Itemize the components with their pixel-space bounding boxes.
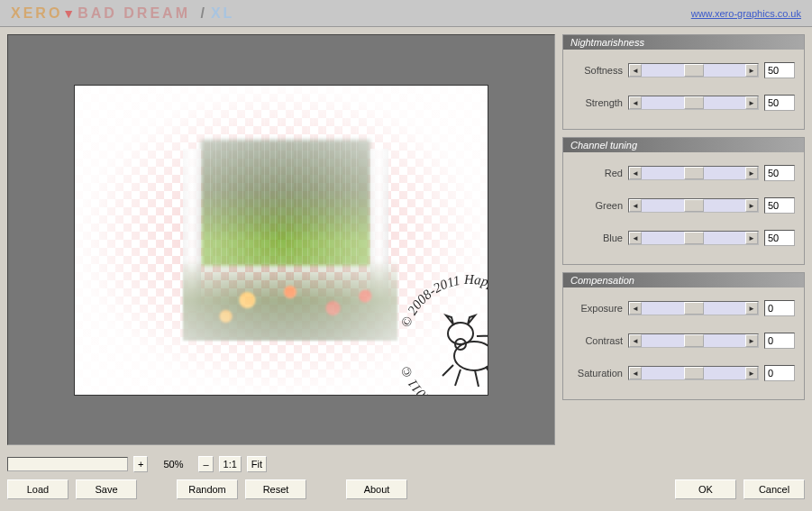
slider-value-input[interactable]: [764, 165, 795, 181]
slider-label: Strength: [572, 97, 623, 108]
preview-vignette: [75, 86, 488, 395]
zoom-level: 50%: [153, 458, 193, 470]
arrow-left-icon[interactable]: ◄: [629, 199, 642, 212]
slider-thumb[interactable]: [684, 367, 704, 379]
about-button[interactable]: About: [346, 479, 407, 499]
slider-track[interactable]: ◄ ►: [628, 301, 759, 315]
slider-value-input[interactable]: [764, 62, 795, 78]
slider-thumb[interactable]: [684, 302, 704, 315]
slider-thumb[interactable]: [684, 96, 704, 109]
title-slash: /: [200, 5, 206, 21]
group-header: Compensation: [563, 273, 804, 287]
vendor-url-link[interactable]: www.xero-graphics.co.uk: [691, 8, 801, 19]
arrow-left-icon[interactable]: ◄: [629, 302, 642, 315]
group-header: Nightmarishness: [563, 35, 804, 50]
arrow-right-icon[interactable]: ►: [745, 167, 758, 179]
slider-softness: Softness ◄ ►: [572, 62, 795, 78]
reset-button[interactable]: Reset: [245, 479, 306, 499]
random-button[interactable]: Random: [177, 479, 238, 499]
arrow-left-icon[interactable]: ◄: [629, 64, 642, 77]
slider-green: Green ◄ ►: [572, 197, 795, 214]
group-channel-tuning: Channel tuning Red ◄ ► Green ◄: [562, 137, 805, 265]
save-button[interactable]: Save: [76, 479, 137, 499]
app-title: XERO▼BAD DREAM /XL: [11, 5, 234, 22]
slider-track[interactable]: ◄ ►: [628, 166, 759, 180]
arrow-right-icon[interactable]: ►: [745, 334, 758, 347]
slider-strength: Strength ◄ ►: [572, 95, 795, 111]
slider-exposure: Exposure ◄ ►: [572, 300, 795, 316]
slider-label: Green: [572, 200, 623, 211]
group-nightmarishness: Nightmarishness Softness ◄ ► Strength ◄: [562, 34, 805, 130]
slider-value-input[interactable]: [764, 230, 795, 246]
zoom-row: + 50% – 1:1 Fit: [0, 452, 812, 478]
title-plugin: BAD DREAM: [78, 5, 190, 21]
arrow-left-icon[interactable]: ◄: [629, 96, 642, 109]
arrow-right-icon[interactable]: ►: [745, 367, 758, 379]
slider-label: Contrast: [572, 335, 623, 346]
cancel-button[interactable]: Cancel: [744, 479, 805, 499]
preview-panel[interactable]: © 2008-2011 HappyRataplan HappyRataplan …: [7, 34, 555, 445]
slider-blue: Blue ◄ ►: [572, 230, 795, 246]
zoom-in-button[interactable]: +: [133, 456, 148, 472]
slider-value-input[interactable]: [764, 95, 795, 111]
title-bar: XERO▼BAD DREAM /XL www.xero-graphics.co.…: [0, 0, 812, 27]
load-button[interactable]: Load: [7, 479, 68, 499]
arrow-right-icon[interactable]: ►: [745, 302, 758, 315]
zoom-out-button[interactable]: –: [198, 456, 213, 472]
arrow-right-icon[interactable]: ►: [745, 96, 758, 109]
slider-thumb[interactable]: [684, 334, 704, 347]
arrow-left-icon[interactable]: ◄: [629, 167, 642, 179]
title-triangle-icon: ▼: [62, 6, 78, 21]
arrow-right-icon[interactable]: ►: [745, 232, 758, 244]
main-area: © 2008-2011 HappyRataplan HappyRataplan …: [0, 27, 812, 452]
slider-thumb[interactable]: [684, 232, 704, 244]
controls-panel: Nightmarishness Softness ◄ ► Strength ◄: [562, 34, 805, 445]
arrow-right-icon[interactable]: ►: [745, 199, 758, 212]
slider-track[interactable]: ◄ ►: [628, 63, 759, 78]
slider-track[interactable]: ◄ ►: [628, 333, 759, 348]
zoom-gauge[interactable]: [7, 457, 128, 471]
slider-track[interactable]: ◄ ►: [628, 231, 759, 245]
zoom-fit-button[interactable]: Fit: [247, 456, 267, 472]
group-compensation: Compensation Exposure ◄ ► Contrast ◄: [562, 272, 805, 400]
slider-label: Red: [572, 168, 623, 178]
slider-label: Blue: [572, 233, 623, 243]
group-header: Channel tuning: [563, 138, 804, 152]
slider-track[interactable]: ◄ ►: [628, 96, 759, 110]
slider-value-input[interactable]: [764, 333, 795, 349]
slider-contrast: Contrast ◄ ►: [572, 333, 795, 349]
slider-value-input[interactable]: [764, 197, 795, 214]
slider-saturation: Saturation ◄ ►: [572, 365, 795, 381]
slider-label: Saturation: [572, 368, 623, 379]
slider-thumb[interactable]: [684, 64, 704, 77]
bottom-button-row: Load Save Random Reset About OK Cancel: [0, 478, 812, 506]
arrow-left-icon[interactable]: ◄: [629, 367, 642, 379]
ok-button[interactable]: OK: [675, 479, 736, 499]
preview-image: © 2008-2011 HappyRataplan HappyRataplan …: [74, 85, 488, 396]
arrow-right-icon[interactable]: ►: [745, 64, 758, 77]
zoom-1to1-button[interactable]: 1:1: [219, 456, 242, 472]
slider-label: Exposure: [572, 303, 623, 314]
title-variant: XL: [211, 5, 234, 21]
slider-track[interactable]: ◄ ►: [628, 366, 759, 380]
slider-thumb[interactable]: [684, 199, 704, 212]
arrow-left-icon[interactable]: ◄: [629, 334, 642, 347]
slider-track[interactable]: ◄ ►: [628, 198, 759, 213]
slider-label: Softness: [572, 65, 623, 76]
arrow-left-icon[interactable]: ◄: [629, 232, 642, 244]
slider-thumb[interactable]: [684, 167, 704, 179]
slider-value-input[interactable]: [764, 300, 795, 316]
slider-red: Red ◄ ►: [572, 165, 795, 181]
title-brand: XERO: [11, 5, 62, 21]
slider-value-input[interactable]: [764, 365, 795, 381]
